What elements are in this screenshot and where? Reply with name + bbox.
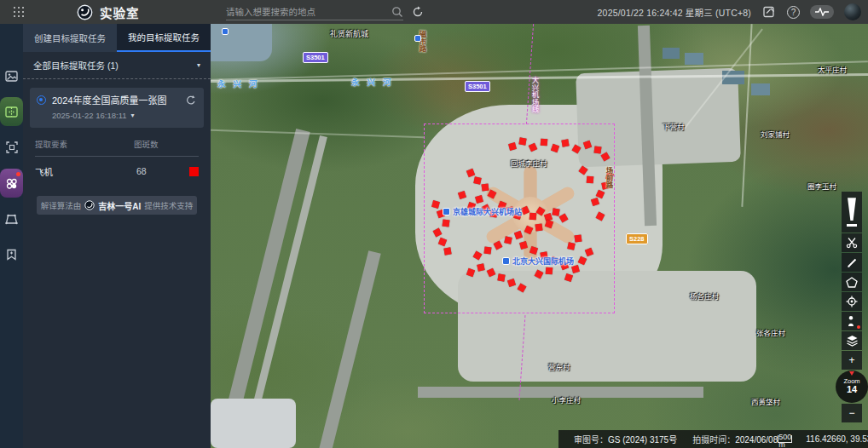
detection-box[interactable] [504, 236, 512, 244]
swipe-wedge-icon [847, 198, 858, 221]
activity-pulse-icon[interactable] [810, 5, 834, 19]
task-datetime: 2025-01-22 16:18:11 [52, 111, 127, 120]
edit-note-icon[interactable] [761, 4, 777, 20]
capture-label: 拍摄时间： [692, 435, 735, 445]
sidebar-item-ai-extraction[interactable] [0, 169, 23, 198]
pond [751, 83, 770, 95]
search-icon[interactable] [391, 6, 403, 18]
column-header-count: 图斑数 [134, 138, 187, 150]
zoom-level-value: 14 [847, 384, 857, 395]
zoom-dial[interactable]: Zoom 14 [836, 370, 868, 403]
polygon-tool-button[interactable] [842, 273, 862, 291]
map-canvas[interactable]: 礼贤新航城磁市路永兴河永兴河大兴机场线S3501S3501S228回城李庄村场前… [211, 24, 868, 448]
app-title: 实验室 [100, 3, 140, 21]
algorithm-credit-bar[interactable]: 解译算法由 吉林一号AI 提供技术支持 [37, 196, 197, 215]
detection-box[interactable] [574, 234, 582, 242]
detection-box[interactable] [506, 206, 513, 214]
swipe-tool-button[interactable] [842, 192, 862, 233]
notification-dot [857, 325, 860, 329]
search-refresh-icon[interactable] [411, 5, 425, 19]
detection-box[interactable] [541, 139, 548, 146]
algo-prefix: 解译算法由 [41, 199, 82, 211]
detection-box[interactable] [481, 183, 489, 191]
detection-box[interactable] [567, 242, 575, 250]
detection-box[interactable] [546, 267, 553, 275]
detection-box[interactable] [518, 137, 526, 145]
pond [663, 48, 680, 59]
locate-button[interactable] [842, 292, 862, 311]
detection-box[interactable] [540, 251, 547, 259]
legend-color-swatch [189, 167, 199, 176]
sidebar-item-bookmark[interactable] [0, 240, 23, 269]
detection-box[interactable] [601, 181, 609, 189]
license-value: GS (2024) 3175号 [608, 435, 677, 445]
clock-datetime: 2025/01/22 16:24:42 星期三 (UTC+8) [598, 6, 751, 19]
element-count: 68 [136, 166, 189, 176]
draw-tool-button[interactable] [842, 253, 862, 272]
pond [722, 71, 744, 84]
sidebar-item-extract-area[interactable] [0, 133, 23, 162]
help-icon[interactable]: ? [787, 6, 800, 19]
plus-icon: + [848, 354, 854, 366]
map-label: 西黄垡村 [751, 393, 780, 408]
detection-box[interactable] [561, 139, 569, 146]
search-box[interactable] [226, 3, 403, 20]
detection-box[interactable] [529, 213, 537, 221]
user-avatar[interactable] [844, 3, 861, 20]
layers-button[interactable] [842, 331, 862, 350]
zoom-in-button[interactable]: + [842, 351, 862, 370]
minus-icon: − [848, 407, 854, 419]
detection-box[interactable] [552, 208, 559, 215]
map-label: 圈李玉村 [807, 177, 836, 192]
task-card[interactable]: 2024年度全国高质量一张图 2025-01-22 16:18:11 ▾ [30, 88, 204, 128]
task-refresh-icon[interactable] [185, 95, 197, 106]
detection-box[interactable] [587, 176, 594, 184]
detection-box[interactable] [535, 223, 542, 231]
tab-my-tasks[interactable]: 我的目标提取任务 [117, 24, 211, 52]
airport-apron-south [458, 271, 756, 382]
detection-box[interactable] [473, 176, 481, 184]
tab-create-task[interactable]: 创建目标提取任务 [23, 24, 117, 52]
detection-box[interactable] [497, 273, 505, 281]
brand-logo-icon [77, 4, 93, 20]
column-header-element: 提取要素 [35, 138, 134, 150]
top-bar: 实验室 2025/01/22 16:24:42 星期三 (UTC+8) ? [0, 0, 868, 24]
road [211, 129, 424, 138]
cursor-coordinates: 116.42660, 39.53656 [806, 434, 868, 444]
sidebar-item-imagery[interactable] [0, 61, 23, 90]
task-date-toggle[interactable]: 2025-01-22 16:18:11 ▾ [52, 111, 197, 120]
zoom-out-button[interactable]: − [842, 404, 862, 422]
table-row[interactable]: 飞机 68 [35, 157, 199, 186]
filter-label: 全部目标提取任务 (1) [33, 59, 197, 72]
algo-brand: 吉林一号AI [98, 199, 141, 212]
task-title: 2024年度全国高质量一张图 [52, 95, 179, 106]
capture-time: 拍摄时间：2024/06/08 [692, 433, 778, 445]
map-label: 礼贤新航城 [330, 25, 368, 40]
detection-box[interactable] [442, 219, 449, 227]
detection-box[interactable] [477, 263, 484, 271]
bookmark-flag-icon [6, 249, 17, 261]
industrial-zone [211, 399, 296, 448]
detection-box[interactable] [483, 246, 491, 254]
polygon-area-icon [5, 214, 18, 225]
street-view-button[interactable] [842, 312, 862, 330]
algo-suffix: 提供技术支持 [144, 199, 193, 211]
map-label: 张各庄村 [756, 324, 785, 339]
clip-tool-button[interactable] [842, 233, 862, 252]
left-sidebar [0, 24, 23, 448]
highway [211, 73, 868, 83]
jilin1-logo-icon [84, 200, 95, 210]
task-tabs: 创建目标提取任务 我的目标提取任务 [23, 24, 211, 52]
detection-box[interactable] [443, 247, 451, 255]
app-grid-icon[interactable] [14, 7, 24, 17]
result-table: 提取要素 图斑数 飞机 68 [23, 131, 211, 186]
task-filter-dropdown[interactable]: 全部目标提取任务 (1) ▾ [23, 52, 211, 79]
scale-bar: 500 m [778, 435, 792, 443]
sidebar-item-polygon[interactable] [0, 204, 23, 233]
search-input[interactable] [226, 7, 391, 17]
sidebar-item-compare[interactable] [0, 97, 23, 126]
zoom-dial-label: Zoom [843, 378, 859, 385]
task-radio-selected[interactable] [37, 95, 46, 105]
detection-box[interactable] [593, 146, 601, 153]
detection-box[interactable] [489, 210, 497, 217]
